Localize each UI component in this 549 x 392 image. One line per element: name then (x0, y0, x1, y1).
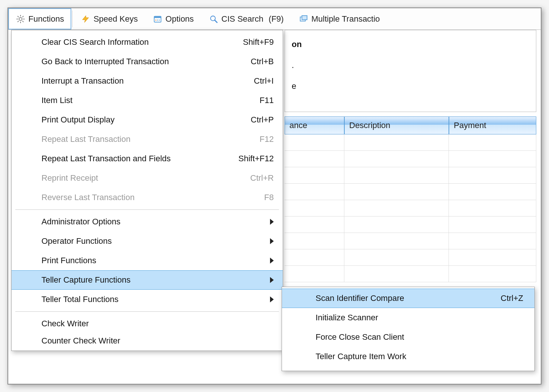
menu-item-shortcut: F8 (264, 193, 274, 202)
menu-reverse-last-transaction: Reverse Last Transaction F8 (12, 188, 283, 207)
menu-item-label: Teller Capture Item Work (316, 352, 523, 361)
toolbar-multiple-transaction[interactable]: Multiple Transactio (291, 8, 387, 29)
menu-item-label: Print Functions (41, 256, 263, 265)
submenu-force-close-scan-client[interactable]: Force Close Scan Client (282, 327, 534, 347)
menu-teller-capture-functions[interactable]: Teller Capture Functions (12, 270, 283, 290)
menu-item-label: Item List (41, 96, 252, 105)
menu-item-label: Initialize Scanner (316, 313, 523, 323)
menu-repeat-last-transaction-fields[interactable]: Repeat Last Transaction and Fields Shift… (12, 149, 283, 168)
svg-point-14 (159, 19, 160, 21)
menu-counter-check-writer[interactable]: Counter Check Writer (12, 333, 283, 348)
table-row[interactable] (285, 151, 536, 167)
menu-reprint-receipt: Reprint Receipt Ctrl+R (12, 168, 283, 188)
menu-item-label: Repeat Last Transaction (41, 134, 252, 144)
toolbar-cis-search[interactable]: CIS Search (F9) (201, 8, 291, 29)
toolbar-speed-keys-label: Speed Keys (93, 14, 138, 24)
svg-point-13 (157, 19, 158, 21)
chevron-right-icon (270, 296, 274, 302)
toolbar-options[interactable]: Options (145, 8, 201, 29)
menu-clear-cis-search[interactable]: Clear CIS Search Information Shift+F9 (12, 32, 283, 52)
menu-print-functions[interactable]: Print Functions (12, 251, 283, 270)
menu-check-writer[interactable]: Check Writer (12, 314, 283, 333)
grid-header-description[interactable]: Description (344, 116, 449, 134)
toolbar-cis-search-shortcut: (F9) (269, 14, 283, 24)
menu-teller-total-functions[interactable]: Teller Total Functions (12, 290, 283, 309)
chevron-right-icon (270, 277, 274, 283)
table-row[interactable] (285, 233, 536, 249)
toolbar-functions[interactable]: Functions (8, 8, 71, 29)
teller-capture-submenu: Scan Identifier Compare Ctrl+Z Initializ… (282, 287, 535, 371)
menu-item-label: Check Writer (41, 319, 274, 329)
info-line-2: . (292, 55, 529, 76)
toolbar-separator (72, 10, 72, 27)
svg-line-8 (22, 16, 24, 17)
menu-operator-functions[interactable]: Operator Functions (12, 231, 283, 251)
table-row[interactable] (285, 249, 536, 266)
menu-item-label: Print Output Display (41, 115, 243, 125)
chevron-right-icon (270, 219, 274, 225)
menu-item-label: Scan Identifier Compare (316, 293, 493, 303)
grid-header-row: ance Description Payment (285, 116, 536, 134)
submenu-scan-identifier-compare[interactable]: Scan Identifier Compare Ctrl+Z (282, 289, 534, 308)
menu-go-back-interrupted[interactable]: Go Back to Interrupted Transaction Ctrl+… (12, 52, 283, 71)
main-toolbar: Functions Speed Keys Options CIS Search … (8, 8, 541, 30)
table-row[interactable] (285, 217, 536, 233)
menu-item-label: Counter Check Writer (41, 336, 274, 346)
toolbar-functions-label: Functions (28, 14, 64, 24)
toolbar-speed-keys[interactable]: Speed Keys (73, 8, 145, 29)
menu-item-shortcut: Ctrl+I (254, 76, 274, 86)
svg-line-16 (215, 20, 217, 22)
menu-item-label: Go Back to Interrupted Transaction (41, 57, 243, 66)
windows-icon (299, 14, 308, 24)
submenu-teller-capture-item-work[interactable]: Teller Capture Item Work (282, 347, 534, 366)
grid-header-payment[interactable]: Payment (449, 116, 536, 134)
svg-rect-11 (154, 16, 161, 18)
table-row[interactable] (285, 184, 536, 200)
toolbar-multiple-transaction-label: Multiple Transactio (311, 14, 380, 24)
info-panel: on . e (285, 30, 536, 112)
toolbar-cis-search-label: CIS Search (221, 14, 264, 24)
table-row[interactable] (285, 200, 536, 217)
menu-item-shortcut: F11 (260, 96, 274, 105)
chevron-right-icon (270, 238, 274, 244)
svg-point-12 (155, 19, 156, 21)
info-line-3: e (292, 76, 529, 97)
svg-rect-18 (302, 15, 307, 19)
grid-header-balance[interactable]: ance (285, 116, 344, 134)
svg-line-6 (22, 21, 24, 22)
menu-item-label: Teller Total Functions (41, 295, 263, 304)
menu-item-label: Operator Functions (41, 236, 263, 246)
menu-separator (15, 311, 279, 312)
menu-item-label: Administrator Options (41, 217, 263, 227)
menu-separator (15, 209, 279, 210)
menu-item-shortcut: F12 (260, 134, 274, 144)
menu-item-list[interactable]: Item List F11 (12, 91, 283, 110)
search-icon (209, 14, 218, 24)
menu-item-label: Repeat Last Transaction and Fields (41, 154, 231, 164)
menu-item-label: Clear CIS Search Information (41, 37, 235, 47)
table-row[interactable] (285, 134, 536, 151)
menu-item-shortcut: Ctrl+Z (501, 293, 524, 303)
menu-item-label: Teller Capture Functions (41, 275, 263, 285)
svg-point-0 (19, 18, 22, 21)
submenu-initialize-scanner[interactable]: Initialize Scanner (282, 308, 534, 327)
calendar-icon (153, 14, 162, 24)
menu-item-shortcut: Shift+F9 (243, 37, 274, 47)
menu-item-label: Force Close Scan Client (316, 332, 523, 342)
menu-administrator-options[interactable]: Administrator Options (12, 212, 283, 231)
table-row[interactable] (285, 266, 536, 282)
chevron-right-icon (270, 258, 274, 264)
menu-item-label: Interrupt a Transaction (41, 76, 246, 86)
menu-interrupt-transaction[interactable]: Interrupt a Transaction Ctrl+I (12, 71, 283, 91)
app-window: Functions Speed Keys Options CIS Search … (7, 7, 542, 385)
menu-item-label: Reverse Last Transaction (41, 193, 257, 202)
table-row[interactable] (285, 167, 536, 184)
menu-item-shortcut: Ctrl+R (250, 173, 274, 183)
menu-item-label: Reprint Receipt (41, 173, 243, 183)
menu-print-output-display[interactable]: Print Output Display Ctrl+P (12, 110, 283, 130)
menu-item-shortcut: Shift+F12 (238, 154, 274, 164)
svg-line-7 (18, 21, 19, 22)
svg-line-5 (18, 16, 19, 17)
bolt-icon (81, 14, 90, 24)
functions-menu: Clear CIS Search Information Shift+F9 Go… (11, 30, 283, 351)
